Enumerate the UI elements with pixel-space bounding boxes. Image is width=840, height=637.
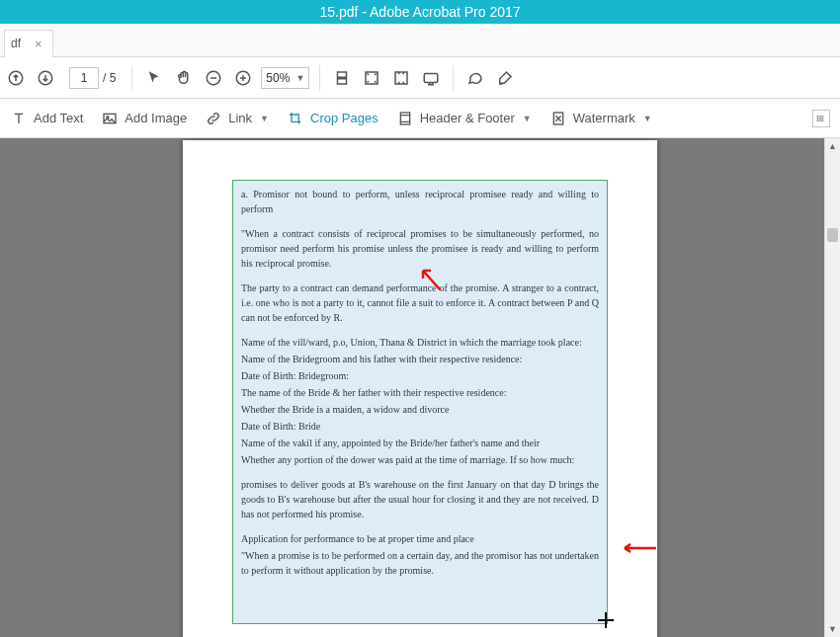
chevron-down-icon: ▼ <box>260 114 269 123</box>
image-icon <box>101 110 119 127</box>
doc-text: Name of the vill/ward, p.o, Union, Thana… <box>241 335 599 350</box>
comment-icon[interactable] <box>463 66 487 90</box>
doc-text: Date of Birth: Bridegroom: <box>241 368 599 383</box>
doc-text: promises to deliver goods at B's warehou… <box>241 477 599 521</box>
svg-rect-7 <box>395 72 407 84</box>
chevron-down-icon: ▼ <box>523 114 532 123</box>
doc-text: The name of the Bride & her father with … <box>241 385 599 400</box>
doc-text: Name of the vakil if any, appointed by t… <box>241 436 599 450</box>
add-image-button[interactable]: Add Image <box>101 110 187 127</box>
more-options-button[interactable] <box>812 110 830 127</box>
vertical-scrollbar[interactable]: ▲ ▼ <box>824 138 840 637</box>
doc-text: "When a promise is to be performed on a … <box>241 548 599 578</box>
tab-bar: df × <box>0 24 840 57</box>
page-nav: 1 / 5 <box>69 67 116 89</box>
crop-icon <box>287 110 304 127</box>
watermark-button[interactable]: Watermark ▼ <box>549 110 652 127</box>
page-total-label: / 5 <box>103 71 116 85</box>
doc-text: The party to a contract can demand perfo… <box>241 280 599 325</box>
fullscreen-icon[interactable] <box>389 66 413 90</box>
scroll-down-icon[interactable]: ▼ <box>825 621 840 637</box>
crop-pages-label: Crop Pages <box>310 111 378 125</box>
fit-width-icon[interactable] <box>330 66 354 90</box>
tab-label: df <box>11 37 21 50</box>
separator <box>131 65 132 91</box>
highlight-icon[interactable] <box>493 66 517 90</box>
chevron-down-icon: ▼ <box>643 114 652 123</box>
header-footer-label: Header & Footer <box>420 111 515 125</box>
chevron-down-icon: ▼ <box>295 73 304 83</box>
reading-mode-icon[interactable] <box>419 66 443 90</box>
select-tool-icon[interactable] <box>142 66 166 90</box>
svg-rect-4 <box>338 72 347 77</box>
scroll-track[interactable] <box>825 154 840 621</box>
zoom-in-icon[interactable] <box>231 66 255 90</box>
svg-rect-5 <box>338 78 347 83</box>
doc-text: a. Promisor not bound to perform, unless… <box>241 187 599 216</box>
title-bar: 15.pdf - Adobe Acrobat Pro 2017 <box>0 0 840 24</box>
link-label: Link <box>228 111 252 125</box>
link-button[interactable]: Link ▼ <box>205 110 269 127</box>
crop-selection[interactable]: a. Promisor not bound to perform, unless… <box>232 180 608 624</box>
add-text-label: Add Text <box>34 111 83 125</box>
document-tab[interactable]: df × <box>4 30 53 57</box>
pdf-page: a. Promisor not bound to perform, unless… <box>183 140 657 637</box>
doc-text: "When a contract consists of reciprocal … <box>241 226 599 271</box>
watermark-label: Watermark <box>573 111 635 125</box>
crop-pages-button[interactable]: Crop Pages <box>287 110 378 127</box>
doc-text: Application for performance to be at pro… <box>241 531 599 546</box>
edit-toolbar: Add Text Add Image Link ▼ Crop Pages Hea… <box>0 99 840 138</box>
crop-cursor-icon <box>598 612 614 628</box>
doc-text: Name of the Bridegroom and his father wi… <box>241 352 599 366</box>
scroll-thumb[interactable] <box>827 228 838 242</box>
add-text-button[interactable]: Add Text <box>10 110 83 127</box>
text-icon <box>10 110 28 127</box>
svg-point-14 <box>817 118 818 119</box>
zoom-select[interactable]: 50% ▼ <box>261 67 309 89</box>
page-current-input[interactable]: 1 <box>69 67 99 89</box>
document-viewport[interactable]: a. Promisor not bound to perform, unless… <box>0 138 840 637</box>
doc-text: Whether any portion of the dower was pai… <box>241 452 599 467</box>
hand-tool-icon[interactable] <box>172 66 196 90</box>
close-icon[interactable]: × <box>35 37 42 51</box>
separator <box>319 65 320 91</box>
doc-text: Whether the Bride is a maiden, a widow a… <box>241 402 599 417</box>
svg-rect-11 <box>400 113 409 124</box>
scroll-up-icon[interactable]: ▲ <box>825 138 840 154</box>
doc-text: Date of Birth: Bride <box>241 419 599 434</box>
download-icon[interactable] <box>34 66 57 90</box>
main-toolbar: 1 / 5 50% ▼ <box>0 57 840 99</box>
upload-icon[interactable] <box>4 66 28 90</box>
svg-point-13 <box>817 116 818 117</box>
window-title: 15.pdf - Adobe Acrobat Pro 2017 <box>319 4 520 20</box>
link-icon <box>205 110 222 127</box>
list-icon <box>812 110 830 127</box>
add-image-label: Add Image <box>125 111 187 125</box>
header-footer-icon <box>396 110 414 127</box>
fit-page-icon[interactable] <box>360 66 383 90</box>
svg-point-15 <box>817 119 818 120</box>
watermark-icon <box>549 110 567 127</box>
separator <box>453 65 454 91</box>
svg-rect-8 <box>425 73 439 82</box>
header-footer-button[interactable]: Header & Footer ▼ <box>396 110 532 127</box>
zoom-value: 50% <box>266 71 290 85</box>
zoom-out-icon[interactable] <box>202 66 225 90</box>
